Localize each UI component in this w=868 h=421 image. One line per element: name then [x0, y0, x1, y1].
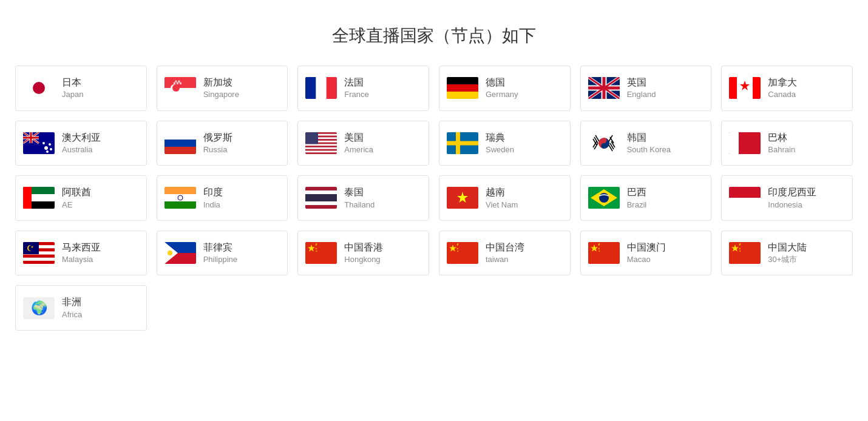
country-text: 印度India [203, 186, 223, 210]
country-name-en: Thailand [344, 200, 375, 210]
country-name-en: 30+城市 [768, 254, 807, 265]
country-text: 瑞典Sweden [486, 131, 514, 156]
country-card[interactable]: 德国Germany [439, 66, 571, 111]
svg-rect-45 [164, 140, 196, 147]
country-card[interactable]: 瑞典Sweden [439, 121, 571, 166]
svg-rect-15 [447, 84, 478, 92]
country-name-cn: 澳大利亚 [62, 131, 101, 144]
country-name-cn: 中国香港 [344, 241, 383, 254]
svg-point-42 [46, 150, 49, 153]
svg-rect-52 [305, 147, 337, 149]
country-name-cn: 中国台湾 [486, 241, 524, 254]
country-text: 非洲Africa [62, 295, 82, 320]
country-flag [588, 242, 620, 264]
country-name-cn: 韩国 [627, 131, 671, 144]
svg-point-5 [172, 84, 180, 92]
country-flag [305, 242, 337, 264]
country-grid: 日本Japan 新加坡Singapore 法国France 德国Germany [15, 66, 853, 331]
country-card[interactable]: 澳大利亚Australia [15, 121, 147, 166]
country-flag [447, 242, 478, 264]
country-card[interactable]: 中国台湾taiwan [439, 231, 571, 276]
country-text: 澳大利亚Australia [62, 131, 101, 156]
country-flag [588, 187, 620, 209]
country-text: 美国America [344, 131, 373, 156]
country-name-cn: 瑞典 [486, 131, 514, 144]
country-text: 新加坡Singapore [203, 76, 239, 101]
country-flag [729, 187, 761, 209]
svg-point-40 [49, 143, 51, 146]
country-name-cn: 中国澳门 [627, 241, 666, 254]
svg-point-39 [44, 146, 48, 150]
svg-rect-54 [305, 132, 318, 144]
country-name-en: Canada [768, 89, 797, 100]
country-name-cn: 巴西 [627, 186, 647, 199]
country-card[interactable]: 印度尼西亚Indonesia [721, 175, 853, 221]
country-text: 越南Viet Nam [486, 186, 518, 210]
country-card[interactable]: 法国France [297, 66, 429, 111]
country-flag [164, 77, 196, 99]
country-name-cn: 德国 [486, 76, 518, 89]
country-card[interactable]: 印度India [157, 175, 288, 221]
svg-rect-71 [729, 132, 739, 154]
country-flag [305, 187, 337, 209]
country-flag [729, 132, 761, 154]
country-card[interactable]: 巴西Brazil [580, 175, 712, 221]
country-flag [164, 132, 196, 154]
country-name-en: Australia [62, 144, 101, 155]
svg-point-41 [50, 148, 52, 150]
svg-rect-13 [327, 77, 337, 99]
country-card[interactable]: 🌍非洲Africa [15, 285, 147, 331]
country-text: 马来西亚Malaysia [62, 241, 101, 266]
country-text: 法国France [344, 76, 368, 101]
country-card[interactable]: 加拿大Canada [721, 66, 853, 111]
svg-rect-16 [447, 92, 478, 99]
country-name-cn: 越南 [486, 186, 518, 199]
svg-rect-89 [729, 187, 761, 198]
country-flag [164, 242, 196, 264]
country-card[interactable]: 阿联酋AE [15, 175, 147, 221]
svg-point-43 [42, 142, 45, 144]
country-flag [729, 77, 761, 99]
country-text: 中国台湾taiwan [486, 241, 524, 266]
country-text: 巴林Bahrain [768, 131, 795, 156]
country-flag [23, 132, 55, 154]
country-name-cn: 印度尼西亚 [768, 186, 816, 199]
country-name-cn: 俄罗斯 [203, 131, 232, 144]
country-name-cn: 法国 [344, 76, 368, 89]
country-text: 加拿大Canada [768, 76, 797, 101]
svg-rect-117 [588, 242, 620, 264]
country-name-cn: 新加坡 [203, 76, 239, 89]
svg-rect-12 [305, 77, 316, 99]
country-card[interactable]: 马来西亚Malaysia [15, 231, 147, 276]
country-name-cn: 巴林 [768, 131, 795, 144]
country-name-en: Malaysia [62, 254, 101, 265]
svg-rect-76 [23, 187, 32, 209]
country-card[interactable]: 菲律宾Philippine [157, 231, 288, 276]
svg-rect-44 [164, 132, 196, 140]
country-card[interactable]: 巴林Bahrain [721, 121, 853, 166]
country-card[interactable]: 日本Japan [15, 66, 147, 111]
country-flag [305, 132, 337, 154]
svg-rect-51 [305, 144, 337, 146]
country-card[interactable]: 中国香港Hongkong [297, 231, 429, 276]
country-card[interactable]: 英国England [580, 66, 712, 111]
country-name-en: England [627, 89, 656, 100]
country-card[interactable]: 中国大陆30+城市 [721, 231, 853, 276]
country-name-cn: 日本 [62, 76, 83, 89]
country-card[interactable]: 泰国Thailand [297, 175, 429, 221]
country-flag [447, 77, 478, 99]
country-card[interactable]: 越南Viet Nam [439, 175, 571, 221]
country-text: 中国澳门Macao [627, 241, 666, 266]
country-card[interactable]: 韩国South Korea [580, 121, 712, 166]
country-name-en: France [344, 89, 368, 100]
country-name-en: Macao [627, 254, 666, 265]
country-flag [588, 77, 620, 99]
country-name-cn: 菲律宾 [203, 241, 237, 254]
svg-rect-77 [164, 187, 196, 194]
country-flag [588, 132, 620, 154]
country-text: 日本Japan [62, 76, 83, 101]
country-card[interactable]: 新加坡Singapore [157, 66, 288, 111]
country-card[interactable]: 俄罗斯Russia [157, 121, 288, 166]
country-card[interactable]: 美国America [297, 121, 429, 166]
country-card[interactable]: 中国澳门Macao [580, 231, 712, 276]
